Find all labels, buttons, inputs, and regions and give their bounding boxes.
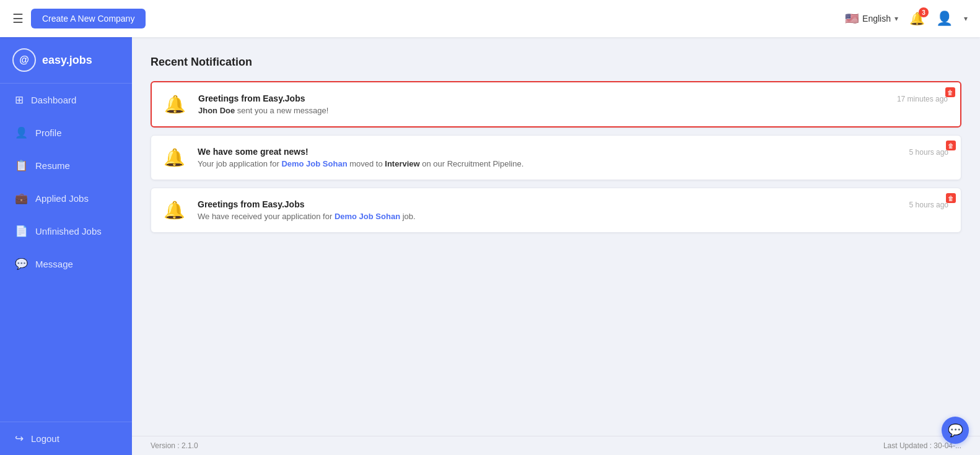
notif-text-3: We have received your application for De… — [198, 212, 897, 221]
sidebar-item-logout[interactable]: ↪ Logout — [0, 422, 132, 455]
version-label: Version : 2.1.0 — [151, 441, 198, 450]
notif-bell-icon-2: 🔔 — [164, 147, 185, 168]
sidebar-label-resume: Resume — [35, 160, 70, 171]
notif-middle-2: moved to — [348, 159, 385, 168]
main-content: Recent Notification 🔔 Greetings from Eas… — [132, 37, 980, 455]
create-company-button[interactable]: Create A New Company — [31, 9, 146, 28]
notif-status-2: Interview — [385, 159, 419, 168]
sidebar: @ easy.jobs ⊞ Dashboard 👤 Profile 📋 Resu… — [0, 37, 132, 455]
notification-badge: 3 — [919, 7, 929, 17]
notif-time-2: 5 hours ago — [909, 148, 948, 157]
notif-suffix-3: job. — [400, 212, 416, 221]
topbar-right: 🇺🇸 English ▾ 🔔 3 👤 ▾ — [845, 11, 968, 27]
hamburger-icon[interactable]: ☰ — [12, 11, 24, 26]
language-label: English — [862, 14, 891, 24]
notif-delete-2[interactable]: 🗑 — [946, 141, 956, 150]
user-avatar-icon[interactable]: 👤 — [936, 11, 953, 27]
sidebar-label-applied-jobs: Applied Jobs — [35, 193, 89, 204]
page-footer: Version : 2.1.0 Last Updated : 30-04-... — [132, 436, 980, 455]
sidebar-label-dashboard: Dashboard — [31, 95, 76, 105]
language-selector[interactable]: 🇺🇸 English ▾ — [845, 12, 898, 25]
logo-area: @ easy.jobs — [0, 37, 132, 84]
notif-delete-3[interactable]: 🗑 — [946, 193, 956, 203]
logout-icon: ↪ — [15, 432, 24, 445]
page-body: Recent Notification 🔔 Greetings from Eas… — [132, 37, 980, 436]
notif-text-1: Jhon Doe sent you a new message! — [198, 106, 885, 115]
notif-prefix-2: Your job application for — [198, 159, 281, 168]
message-icon: 💬 — [15, 258, 28, 271]
notif-suffix-2: on our Recruitment Pipeline. — [420, 159, 524, 168]
chevron-down-icon: ▾ — [895, 14, 898, 23]
notif-job-link-2[interactable]: Demo Job Sohan — [281, 159, 347, 168]
notif-job-link-3[interactable]: Demo Job Sohan — [335, 212, 400, 221]
flag-icon: 🇺🇸 — [845, 12, 859, 25]
notif-delete-1[interactable]: 🗑 — [945, 87, 955, 97]
layout: @ easy.jobs ⊞ Dashboard 👤 Profile 📋 Resu… — [0, 37, 980, 455]
notification-card-3: 🔔 Greetings from Easy.Jobs We have recei… — [151, 188, 961, 233]
notif-prefix-3: We have received your application for — [198, 212, 335, 221]
notif-body-2: We have some great news! Your job applic… — [198, 147, 897, 168]
applied-jobs-icon: 💼 — [15, 192, 28, 205]
sidebar-item-dashboard[interactable]: ⊞ Dashboard — [0, 84, 132, 116]
topbar: ☰ Create A New Company 🇺🇸 English ▾ 🔔 3 … — [0, 0, 980, 37]
sidebar-item-resume[interactable]: 📋 Resume — [0, 149, 132, 182]
notif-body-1: Greetings from Easy.Jobs Jhon Doe sent y… — [198, 93, 885, 115]
page-title: Recent Notification — [151, 56, 961, 69]
notification-card-2: 🔔 We have some great news! Your job appl… — [151, 135, 961, 180]
notif-sender-name: Jhon Doe — [198, 106, 235, 115]
resume-icon: 📋 — [15, 159, 28, 172]
sidebar-label-logout: Logout — [31, 433, 59, 444]
logo-icon: @ — [12, 48, 36, 72]
notif-bell-icon-1: 🔔 — [164, 94, 186, 115]
sidebar-item-profile[interactable]: 👤 Profile — [0, 116, 132, 149]
sidebar-label-unfinished-jobs: Unfinished Jobs — [35, 226, 102, 236]
notif-title-1: Greetings from Easy.Jobs — [198, 93, 885, 103]
sidebar-label-profile: Profile — [35, 128, 62, 138]
notif-time-3: 5 hours ago — [909, 201, 948, 209]
sidebar-item-unfinished-jobs[interactable]: 📄 Unfinished Jobs — [0, 215, 132, 248]
notif-title-2: We have some great news! — [198, 147, 897, 157]
notif-body-3: Greetings from Easy.Jobs We have receive… — [198, 199, 897, 221]
sidebar-item-message[interactable]: 💬 Message — [0, 248, 132, 280]
sidebar-bottom: ↪ Logout — [0, 422, 132, 455]
sidebar-label-message: Message — [35, 259, 73, 269]
notif-text-2: Your job application for Demo Job Sohan … — [198, 159, 897, 168]
notif-bell-icon-3: 🔔 — [164, 200, 185, 220]
notif-title-3: Greetings from Easy.Jobs — [198, 199, 897, 209]
notif-message-1: sent you a new message! — [235, 106, 328, 115]
notification-card-1: 🔔 Greetings from Easy.Jobs Jhon Doe sent… — [151, 81, 961, 128]
app-logo-text: easy.jobs — [42, 54, 92, 67]
user-chevron-icon: ▾ — [964, 14, 968, 23]
chat-bubble-button[interactable]: 💬 — [942, 417, 969, 444]
dashboard-icon: ⊞ — [15, 93, 24, 106]
profile-icon: 👤 — [15, 126, 28, 139]
unfinished-jobs-icon: 📄 — [15, 225, 28, 238]
sidebar-item-applied-jobs[interactable]: 💼 Applied Jobs — [0, 182, 132, 215]
chat-icon: 💬 — [948, 423, 963, 438]
notif-time-1: 17 minutes ago — [897, 95, 948, 103]
topbar-left: ☰ Create A New Company — [12, 9, 146, 28]
notification-bell-wrapper[interactable]: 🔔 3 — [909, 11, 925, 26]
